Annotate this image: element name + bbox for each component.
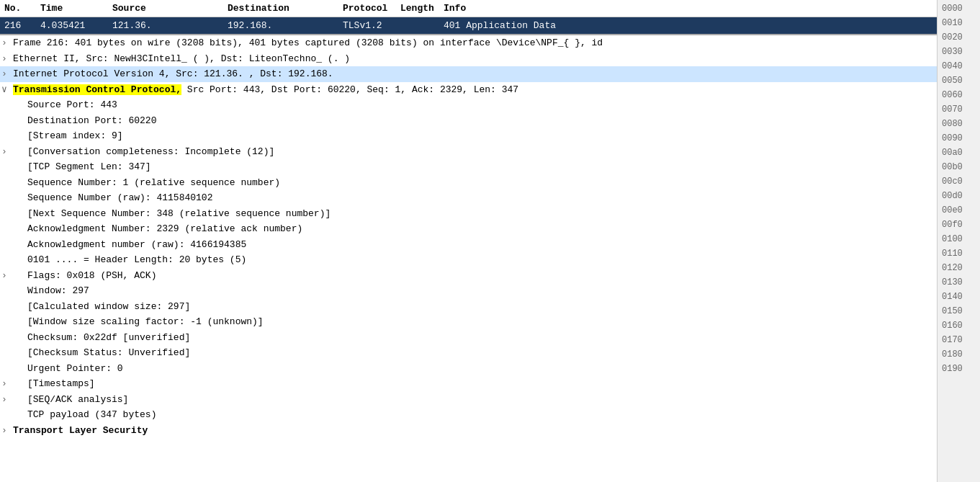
hex-offset-row: 00c0 [938,174,980,189]
packet-destination: 192.168. [223,19,338,32]
hex-panel: 0000001000200030004000500060007000800090… [937,0,980,482]
packet-protocol: TLSv1.2 [338,19,396,32]
expand-icon[interactable]: ∨ [1,83,13,97]
detail-row[interactable]: Checksum: 0x22df [unverified] [0,330,937,346]
detail-row[interactable]: [Checksum Status: Unverified] [0,345,937,361]
selected-packet-row[interactable]: 216 4.035421 121.36. 192.168. TLSv1.2 40… [0,17,937,34]
expand-icon[interactable]: › [1,269,13,283]
detail-row[interactable]: Source Port: 443 [0,97,937,113]
packet-source: 121.36. [108,19,223,32]
hex-offset-row: 00b0 [938,160,980,174]
hex-offset-row: 0150 [938,304,980,318]
hex-offset-row: 0040 [938,59,980,73]
detail-text: Internet Protocol Version 4, Src: 121.36… [13,67,935,81]
hex-offset-row: 0030 [938,45,980,59]
detail-text: Acknowledgment number (raw): 4166194385 [27,238,935,252]
detail-text: Checksum: 0x22df [unverified] [27,331,935,345]
table-header: No. Time Source Destination Protocol Len… [0,0,937,17]
hex-offset-row: 0130 [938,275,980,290]
detail-text: [SEQ/ACK analysis] [27,393,935,407]
hex-offset-row: 0180 [938,347,980,362]
detail-row[interactable]: [Stream index: 9] [0,128,937,144]
detail-row[interactable]: Sequence Number: 1 (relative sequence nu… [0,175,937,191]
hex-offset-row: 0190 [938,362,980,376]
detail-row[interactable]: ›[SEQ/ACK analysis] [0,392,937,408]
detail-row[interactable]: [Calculated window size: 297] [0,299,937,315]
hex-offset-row: 0000 [938,1,980,16]
detail-text: [Conversation completeness: Incomplete (… [27,145,935,159]
hex-offset-row: 0140 [938,290,980,304]
detail-row[interactable]: Window: 297 [0,283,937,299]
hex-offset-row: 00d0 [938,189,980,203]
detail-row[interactable]: ›[Timestamps] [0,376,937,392]
detail-row[interactable]: [Window size scaling factor: -1 (unknown… [0,314,937,330]
main-container: No. Time Source Destination Protocol Len… [0,0,980,482]
detail-text: 0101 .... = Header Length: 20 bytes (5) [27,253,935,267]
expand-icon[interactable]: › [1,393,13,407]
expand-icon[interactable]: › [1,52,13,66]
detail-text: Transport Layer Security [13,424,935,438]
detail-row[interactable]: 0101 .... = Header Length: 20 bytes (5) [0,252,937,268]
detail-row[interactable]: ›[Conversation completeness: Incomplete … [0,144,937,160]
detail-row[interactable]: Sequence Number (raw): 4115840102 [0,190,937,206]
detail-text: Flags: 0x018 (PSH, ACK) [27,269,935,283]
col-header-time: Time [36,1,108,15]
detail-panel[interactable]: ›Frame 216: 401 bytes on wire (3208 bits… [0,34,937,482]
hex-offset-row: 0100 [938,232,980,246]
hex-offset-row: 0060 [938,88,980,102]
detail-row[interactable]: Acknowledgment Number: 2329 (relative ac… [0,221,937,237]
hex-offset-row: 0050 [938,73,980,88]
col-header-info: Info [439,1,937,15]
hex-offset-row: 00e0 [938,203,980,218]
detail-text: Sequence Number (raw): 4115840102 [27,191,935,205]
detail-text: Transmission Control Protocol, Src Port:… [13,83,935,97]
detail-text: Urgent Pointer: 0 [27,362,935,376]
detail-text: [Stream index: 9] [27,129,935,143]
detail-row[interactable]: Destination Port: 60220 [0,113,937,129]
detail-row[interactable]: [TCP Segment Len: 347] [0,159,937,175]
expand-icon[interactable]: › [1,377,13,391]
col-header-no: No. [0,1,36,15]
col-header-destination: Destination [223,1,338,15]
detail-text: [TCP Segment Len: 347] [27,160,935,174]
detail-text: Source Port: 443 [27,98,935,112]
detail-text: Sequence Number: 1 (relative sequence nu… [27,176,935,190]
detail-row[interactable]: ›Transport Layer Security [0,423,937,439]
detail-row[interactable]: ∨Transmission Control Protocol, Src Port… [0,82,937,98]
detail-text: [Next Sequence Number: 348 (relative seq… [27,207,935,221]
col-header-protocol: Protocol [338,1,396,15]
packet-length [396,19,439,32]
col-header-source: Source [108,1,223,15]
hex-offset-row: 00a0 [938,146,980,160]
hex-offset-row: 0090 [938,131,980,146]
detail-row[interactable]: [Next Sequence Number: 348 (relative seq… [0,206,937,222]
expand-icon[interactable]: › [1,67,13,81]
detail-row[interactable]: Acknowledgment number (raw): 4166194385 [0,237,937,253]
hex-offset-row: 00f0 [938,218,980,232]
detail-text: Window: 297 [27,284,935,298]
hex-offset-row: 0020 [938,30,980,45]
hex-offset-row: 0070 [938,102,980,117]
col-header-length: Length [396,1,439,15]
detail-row[interactable]: Urgent Pointer: 0 [0,361,937,377]
detail-text: Destination Port: 60220 [27,114,935,128]
detail-row[interactable]: TCP payload (347 bytes) [0,407,937,423]
expand-icon[interactable]: › [1,36,13,50]
hex-offset-row: 0010 [938,16,980,30]
expand-icon[interactable]: › [1,424,13,438]
expand-icon[interactable]: › [1,145,13,159]
packet-no: 216 [0,19,36,32]
detail-text: [Calculated window size: 297] [27,300,935,314]
detail-text: [Window size scaling factor: -1 (unknown… [27,315,935,329]
detail-row[interactable]: ›Frame 216: 401 bytes on wire (3208 bits… [0,35,937,51]
packet-time: 4.035421 [36,19,108,32]
detail-row[interactable]: ›Ethernet II, Src: NewH3CIntell_ ( ), Ds… [0,51,937,67]
detail-text: Ethernet II, Src: NewH3CIntell_ ( ), Dst… [13,52,935,66]
detail-text: Acknowledgment Number: 2329 (relative ac… [27,222,935,236]
detail-row[interactable]: ›Flags: 0x018 (PSH, ACK) [0,268,937,284]
detail-text: [Checksum Status: Unverified] [27,346,935,360]
hex-offset-row: 0120 [938,261,980,275]
hex-offset-row: 0080 [938,117,980,131]
hex-offset-row: 0170 [938,333,980,347]
detail-row[interactable]: ›Internet Protocol Version 4, Src: 121.3… [0,66,937,82]
